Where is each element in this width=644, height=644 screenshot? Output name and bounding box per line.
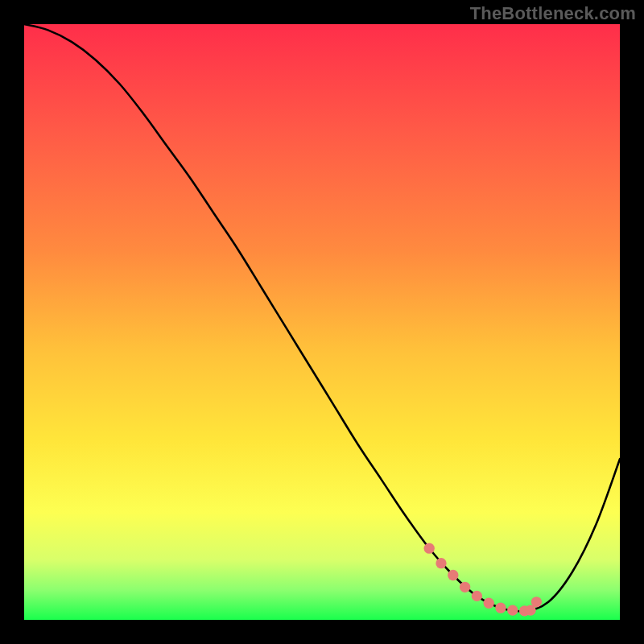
marker-dot [424,543,435,554]
plot-background [24,24,620,620]
marker-dot [448,570,458,580]
marker-dot [507,605,518,616]
marker-dot [460,582,470,592]
bottleneck-chart [0,0,644,644]
marker-dot [495,603,506,613]
marker-dot [436,558,446,568]
chart-frame: { "watermark": "TheBottleneck.com", "gra… [0,0,644,644]
marker-dot [472,591,482,601]
marker-dot [484,598,494,609]
marker-dot [531,597,542,607]
